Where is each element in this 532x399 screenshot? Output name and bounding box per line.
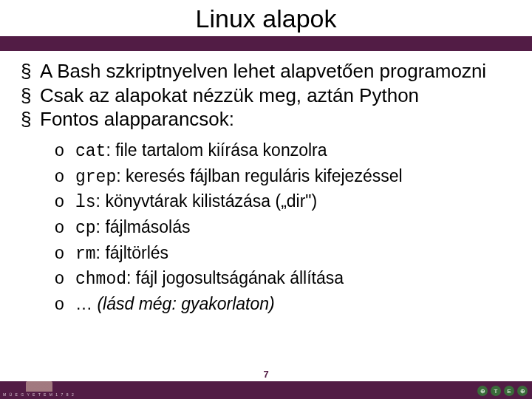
command-desc: file tartalom kiírása konzolra [115, 140, 327, 160]
footer-badge-icon: ⊕ [517, 386, 528, 396]
command-name: rm [75, 245, 96, 264]
command-item: cp: fájlmásolás [55, 215, 516, 241]
command-desc: fájltörlés [105, 243, 168, 262]
command-name: cp [75, 219, 96, 238]
footer-badge-icon: E [504, 386, 514, 396]
command-name: ls [75, 193, 96, 212]
footer-badge-icon: T [491, 386, 501, 396]
command-name: cat [75, 142, 106, 161]
title-area: Linux alapok [0, 0, 532, 36]
command-desc: fájl jogosultságának állítása [136, 268, 344, 287]
bullet-list: A Bash szkriptnyelven lehet alapvetően p… [21, 60, 516, 316]
command-desc: keresés fájlban reguláris kifejezéssel [126, 166, 403, 185]
command-sublist: cat: file tartalom kiírása konzolra grep… [55, 138, 516, 316]
command-name: grep [75, 168, 116, 187]
command-item-more: … (lásd még: gyakorlaton) [55, 292, 516, 316]
command-item: grep: keresés fájlban reguláris kifejezé… [55, 164, 516, 190]
bullet-text: Fontos alapparancsok: [40, 108, 234, 130]
title-underline [0, 36, 532, 51]
command-desc: könyvtárak kilistázása („dir") [105, 191, 317, 211]
footer-icons-right: ⊕ T E ⊕ [477, 386, 528, 396]
command-item: ls: könyvtárak kilistázása („dir") [55, 189, 516, 215]
footer-bar [0, 381, 532, 399]
footer-logo-left: M Ű E G Y E T E M 1 7 8 2 [3, 381, 75, 397]
command-item: chmod: fájl jogosultságának állítása [55, 266, 516, 292]
command-item: cat: file tartalom kiírása konzolra [55, 138, 516, 164]
bullet-item: Fontos alapparancsok: cat: file tartalom… [21, 108, 516, 316]
bullet-text: Csak az alapokat nézzük meg, aztán Pytho… [40, 84, 419, 106]
footer-left-text: M Ű E G Y E T E M 1 7 8 2 [3, 392, 75, 397]
university-building-icon [26, 381, 52, 392]
slide-title: Linux alapok [0, 4, 532, 33]
command-name: chmod [75, 270, 126, 289]
content-area: A Bash szkriptnyelven lehet alapvetően p… [0, 51, 532, 399]
more-note: (lásd még: gyakorlaton) [97, 294, 274, 313]
slide: Linux alapok A Bash szkriptnyelven lehet… [0, 0, 532, 399]
bullet-item: A Bash szkriptnyelven lehet alapvetően p… [21, 60, 516, 83]
command-item: rm: fájltörlés [55, 241, 516, 267]
command-desc: fájlmásolás [105, 217, 190, 236]
bullet-text: A Bash szkriptnyelven lehet alapvetően p… [40, 60, 486, 82]
more-prefix: … [75, 294, 92, 313]
bullet-item: Csak az alapokat nézzük meg, aztán Pytho… [21, 84, 516, 107]
page-number: 7 [0, 369, 532, 380]
footer-badge-icon: ⊕ [477, 386, 488, 396]
